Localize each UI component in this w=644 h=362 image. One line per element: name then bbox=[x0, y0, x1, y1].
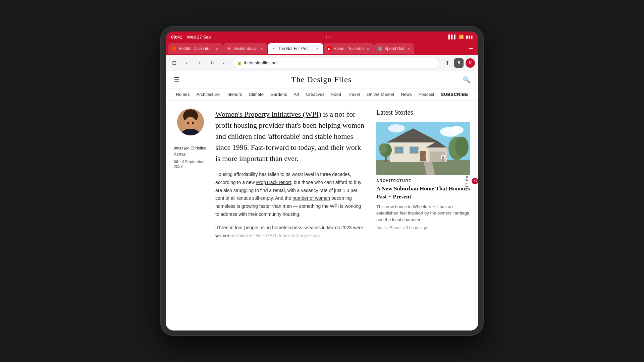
reddit-favicon: r bbox=[172, 46, 176, 51]
svg-text:5: 5 bbox=[442, 156, 444, 159]
article-sidebar: WRITER Christina Karras 6th of September… bbox=[174, 109, 207, 322]
share-button[interactable]: ⬆ bbox=[442, 58, 452, 68]
site-header: ☰ The Design Files 🔍 bbox=[166, 71, 478, 88]
tab-count: 5 bbox=[458, 61, 460, 65]
para2-strikethrough: or children,' WPI CEO Jeanette Large say… bbox=[230, 233, 321, 238]
article-body: Women's Property Initiatives (WPI) is a … bbox=[215, 109, 366, 322]
nav-podcast[interactable]: Podcast bbox=[419, 92, 434, 97]
article-date: 6th of September 2023 bbox=[174, 160, 207, 169]
signal-icon: ▌▌▌ bbox=[448, 35, 457, 39]
tab-speed-dial-close[interactable]: ✕ bbox=[406, 46, 411, 51]
svg-point-8 bbox=[450, 126, 464, 134]
svg-point-29 bbox=[424, 156, 425, 157]
tab-design-label: The Not-For-Profi... bbox=[278, 46, 313, 51]
tab-design-files[interactable]: ✦ The Not-For-Profi... ✕ bbox=[268, 43, 323, 54]
article-para-2: 'Three in four people using homelessness… bbox=[215, 224, 366, 240]
share-icon: ⬆ bbox=[445, 60, 449, 66]
wifi-icon: 📶 bbox=[459, 35, 464, 39]
site-logo[interactable]: The Design Files bbox=[291, 75, 352, 84]
tab-speed-label: Speed Dial bbox=[384, 46, 404, 51]
story-category: ARCHITECTURE bbox=[376, 179, 470, 183]
svg-point-11 bbox=[455, 137, 469, 157]
vivaldi-menu-icon: V bbox=[469, 61, 472, 65]
battery-icon: ▮▮▮ bbox=[466, 35, 473, 39]
address-bar[interactable]: 🔒 thedesignfiles.net bbox=[233, 58, 439, 68]
tab-vivaldi-social[interactable]: V Vivaldi Social ✕ bbox=[223, 43, 267, 54]
status-icons: ▌▌▌ 📶 ▮▮▮ bbox=[448, 35, 473, 39]
svg-point-2 bbox=[184, 117, 197, 130]
nav-on-the-market[interactable]: On the Market bbox=[367, 92, 394, 97]
status-center: ••• bbox=[326, 35, 333, 39]
nav-gardens[interactable]: Gardens bbox=[270, 92, 287, 97]
author-avatar bbox=[177, 109, 204, 135]
site-nav: Homes Architecture Interiors Climate Gar… bbox=[166, 88, 478, 101]
status-date: Wed 27 Sep bbox=[187, 35, 211, 40]
tab-reddit-label: Reddit - Dive into... bbox=[178, 46, 213, 51]
svg-point-9 bbox=[388, 124, 405, 132]
back-button[interactable]: ‹ bbox=[182, 58, 192, 68]
tab-reddit-close[interactable]: ✕ bbox=[215, 46, 219, 51]
toolbar-right: ⬆ 5 V bbox=[442, 58, 475, 68]
nav-subscribe[interactable]: SUBSCRIBE bbox=[441, 92, 468, 97]
vivaldi-social-favicon: V bbox=[227, 46, 231, 51]
nav-architecture[interactable]: Architecture bbox=[197, 92, 220, 97]
tab-count-button[interactable]: 5 bbox=[454, 58, 464, 68]
shield-icon: 🛡 bbox=[222, 60, 228, 66]
nav-food[interactable]: Food bbox=[331, 92, 341, 97]
ipad-screen: 09:41 Wed 27 Sep ••• ▌▌▌ 📶 ▮▮▮ r Reddit … bbox=[166, 32, 478, 330]
tab-speed-dial[interactable]: ◎ Speed Dial ✕ bbox=[374, 43, 414, 54]
nav-creatives[interactable]: Creatives bbox=[306, 92, 324, 97]
tab-design-close[interactable]: ✕ bbox=[315, 46, 320, 51]
story-card[interactable]: 5 ARCHITECTURE A New Suburban Home That … bbox=[376, 122, 470, 230]
nav-news[interactable]: News bbox=[401, 92, 412, 97]
new-tab-button[interactable]: + bbox=[466, 45, 476, 53]
story-meta: Amelia Barnes | 9 hours ago bbox=[376, 226, 470, 230]
svg-point-5 bbox=[192, 122, 194, 124]
story-title[interactable]: A New Suburban Home That Honours Past + … bbox=[376, 185, 470, 201]
nav-homes[interactable]: Homes bbox=[176, 92, 190, 97]
women-link[interactable]: number of women bbox=[292, 195, 330, 201]
status-time: 09:41 bbox=[171, 35, 182, 40]
nav-art[interactable]: Art bbox=[294, 92, 300, 97]
story-image: 5 bbox=[376, 122, 470, 175]
story-author: Amelia Barnes bbox=[376, 226, 402, 230]
svg-point-36 bbox=[379, 143, 387, 154]
svg-point-4 bbox=[187, 122, 189, 124]
forward-button[interactable]: › bbox=[195, 58, 205, 68]
website-content[interactable]: ☰ The Design Files 🔍 Homes Architecture … bbox=[166, 71, 478, 330]
browser-toolbar: ⊡ ‹ › ↻ 🛡 🔒 thedesignfiles.net ⬆ bbox=[166, 55, 478, 71]
nav-travel[interactable]: Travel bbox=[348, 92, 360, 97]
wpi-link[interactable]: Women's Property Initiatives (WPI) bbox=[215, 110, 321, 118]
ipad-frame: V VIVALDI 09:41 Wed 27 Sep ••• ▌▌▌ 📶 ▮▮▮… bbox=[161, 27, 483, 335]
writer-label-text: WRITER Christina Karras bbox=[174, 145, 207, 157]
vivaldi-logo-side-icon: V bbox=[472, 178, 478, 184]
story-time: 9 hours ago bbox=[406, 226, 427, 230]
tab-bar: r Reddit - Dive into... ✕ V Vivaldi Soci… bbox=[166, 42, 478, 55]
tab-youtube-close[interactable]: ✕ bbox=[366, 46, 370, 51]
tab-vivaldi-label: Vivaldi Social bbox=[233, 46, 257, 51]
search-button[interactable]: 🔍 bbox=[463, 76, 470, 83]
tab-reddit[interactable]: r Reddit - Dive into... ✕ bbox=[168, 43, 223, 54]
hamburger-menu-button[interactable]: ☰ bbox=[174, 76, 180, 84]
svg-rect-12 bbox=[376, 160, 470, 175]
proptrack-link[interactable]: PropTrack report bbox=[256, 180, 291, 185]
shield-button[interactable]: 🛡 bbox=[220, 58, 230, 68]
sidebar-toggle-icon: ⊡ bbox=[172, 60, 176, 66]
tab-youtube[interactable]: ▶ Home - YouTube ✕ bbox=[324, 43, 374, 54]
reload-icon: ↻ bbox=[210, 60, 215, 66]
reload-button[interactable]: ↻ bbox=[207, 58, 217, 68]
article-para-1: Housing affordability has fallen to its … bbox=[215, 171, 366, 219]
forward-icon: › bbox=[199, 60, 200, 66]
url-text: thedesignfiles.net bbox=[244, 60, 278, 65]
sidebar-toggle-button[interactable]: ⊡ bbox=[169, 58, 179, 68]
article-area: WRITER Christina Karras 6th of September… bbox=[174, 109, 366, 322]
tab-vivaldi-social-close[interactable]: ✕ bbox=[259, 46, 264, 51]
nav-climate[interactable]: Climate bbox=[249, 92, 264, 97]
status-bar: 09:41 Wed 27 Sep ••• ▌▌▌ 📶 ▮▮▮ bbox=[166, 32, 478, 42]
nav-interiors[interactable]: Interiors bbox=[226, 92, 242, 97]
back-icon: ‹ bbox=[186, 60, 187, 66]
writer-label: WRITER bbox=[174, 146, 189, 150]
svg-rect-33 bbox=[419, 161, 427, 162]
writer-info: WRITER Christina Karras 6th of September… bbox=[174, 145, 207, 169]
vivaldi-menu-button[interactable]: V bbox=[466, 58, 475, 68]
